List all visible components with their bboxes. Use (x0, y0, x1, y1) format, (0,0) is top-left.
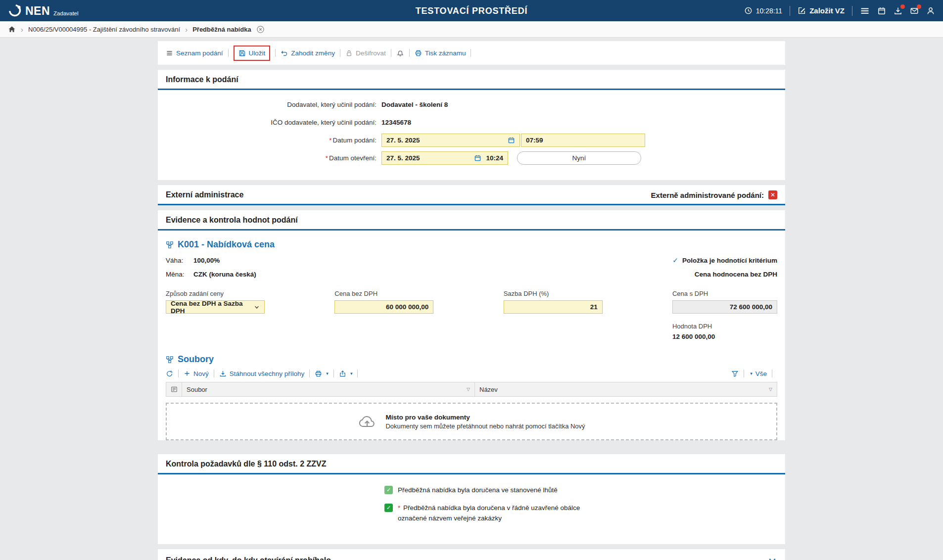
field-label: Hodnota DPH (672, 323, 777, 330)
nyni-button[interactable]: Nyní (517, 151, 641, 165)
toolbar-separator (275, 49, 276, 57)
k001-title: K001 - Nabídková cena (178, 239, 275, 250)
datum-otevreni-input[interactable]: 27. 5. 2025 10:24 (381, 151, 508, 165)
breadcrumb-separator: › (185, 26, 188, 33)
lock-icon (345, 49, 353, 57)
downloads-button[interactable] (894, 6, 902, 15)
check-row: ✓ * Předběžná nabídka byla doručena v řá… (384, 503, 777, 523)
decrypt-button[interactable]: Dešifrovat (345, 49, 386, 57)
command-toolbar: Seznam podání Uložit Zahodit změny Dešif… (158, 41, 785, 65)
download-all-label: Stáhnout všechny přílohy (230, 370, 305, 377)
k001-block: K001 - Nabídková cena Váha: 100,00% ✓ Po… (158, 231, 785, 440)
time-value: 10:24 (486, 154, 503, 162)
checkbox-checked-icon[interactable]: ✓ (384, 504, 393, 512)
dropzone-title: Místo pro vaše dokumenty (385, 414, 585, 421)
notifications-button[interactable] (396, 49, 404, 57)
criterion-flag: ✓ Položka je hodnotící kritérium (672, 256, 777, 264)
files-table-header: Soubor ▽ Název ▽ (166, 382, 777, 396)
external-admin-checkbox[interactable]: ✕ (768, 190, 777, 199)
files-toolbar: Nový Stáhnout všechny přílohy ▾ (166, 370, 777, 377)
checkbox-checked-icon[interactable]: ✓ (384, 486, 393, 494)
toolbar-separator (340, 49, 340, 57)
filter-triangle-icon[interactable]: ▽ (769, 387, 772, 392)
calendar-picker-icon[interactable] (474, 154, 481, 162)
refresh-button[interactable] (166, 370, 173, 377)
mena-row: Měna: CZK (koruna česká) Cena hodnocena … (166, 271, 777, 278)
new-file-button[interactable]: Nový (184, 370, 209, 377)
download-icon (219, 370, 227, 377)
create-vz-button[interactable]: Založit VZ (798, 6, 845, 15)
calendar-picker-icon[interactable] (508, 137, 515, 144)
field-label: Cena bez DPH (334, 290, 433, 297)
external-admin-flag: Externě administrované podání: ✕ (651, 190, 777, 199)
datum-podani-date-input[interactable]: 27. 5. 2025 (381, 134, 520, 147)
requirements-section: Kontrola požadavků dle § 110 odst. 2 ZZV… (158, 454, 785, 544)
view-all-button[interactable]: ▾ Vše (749, 370, 767, 377)
mena-label: Měna: (166, 271, 193, 278)
view-all-label: Vše (755, 370, 767, 377)
print-files-button[interactable]: ▾ (315, 370, 329, 377)
discard-changes-button[interactable]: Zahodit změny (281, 49, 335, 57)
breadcrumb-item-contract[interactable]: N006/25/V00004995 - Zajištění závodního … (28, 26, 180, 33)
server-time-value: 10:28:11 (756, 7, 782, 15)
funnel-icon (731, 370, 739, 377)
user-profile-button[interactable] (926, 6, 935, 15)
opening-evidence-section: Evidence od kdy, do kdy otevírání probíh… (158, 549, 785, 560)
messages-button[interactable] (910, 6, 919, 15)
brand-name: NEN (25, 5, 50, 18)
cena-s-dph-readonly: 72 600 000,00 (672, 300, 777, 314)
input-value: 60 000 000,00 (386, 303, 428, 311)
sazba-dph-input[interactable]: 21 (504, 300, 603, 314)
opening-evidence-header: Evidence od kdy, do kdy otevírání probíh… (158, 549, 785, 560)
main-menu-button[interactable] (860, 6, 870, 16)
vaha-label: Váha: (166, 257, 193, 264)
readonly-value: 72 600 000,00 (730, 303, 772, 311)
clock-icon (744, 6, 753, 15)
sazba-dph-field: Sazba DPH (%) 21 (504, 290, 603, 314)
dropzone-text: Místo pro vaše dokumenty Dokumenty sem m… (385, 414, 585, 430)
decrypt-label: Dešifrovat (356, 49, 386, 57)
expand-section-button[interactable] (767, 556, 777, 560)
page-content: Seznam podání Uložit Zahodit změny Dešif… (158, 38, 785, 560)
info-section: Informace k podání Dodavatel, který učin… (158, 70, 785, 180)
filter-button[interactable] (731, 370, 739, 377)
hamburger-icon (860, 6, 870, 16)
print-record-button[interactable]: Tisk záznamu (415, 49, 466, 57)
criterion-label: Položka je hodnotící kritérium (682, 257, 777, 264)
export-button[interactable]: ▾ (339, 370, 353, 377)
external-admin-label: Externě administrované podání: (651, 191, 764, 199)
save-button[interactable]: Uložit (238, 49, 266, 57)
printer-icon (315, 370, 322, 377)
hodnota-dph-value: 12 600 000,00 (672, 333, 777, 340)
nen-home-link[interactable]: NEN Zadavatel (8, 3, 79, 18)
save-click-annotation: Uložit (234, 46, 271, 61)
datum-podani-time-input[interactable]: 07:59 (521, 134, 645, 147)
calendar-button[interactable] (877, 6, 886, 15)
close-circle-icon (256, 25, 265, 34)
nen-logo-icon (8, 3, 22, 17)
input-value: 21 (590, 303, 598, 311)
filter-triangle-icon[interactable]: ▽ (467, 387, 470, 392)
cena-bez-dph-input[interactable]: 60 000 000,00 (334, 300, 433, 314)
column-header-nazev[interactable]: Název ▽ (475, 382, 777, 396)
calendar-icon (877, 6, 886, 15)
toolbar-separator (357, 370, 358, 377)
price-fields-grid: Způsob zadání ceny Cena bez DPH a Sazba … (166, 290, 777, 340)
column-header-soubor[interactable]: Soubor ▽ (182, 382, 475, 396)
file-dropzone[interactable]: Místo pro vaše dokumenty Dokumenty sem m… (166, 403, 777, 440)
download-all-button[interactable]: Stáhnout všechny přílohy (219, 370, 305, 377)
toolbar-separator (178, 370, 179, 377)
nyni-label: Nyní (572, 154, 586, 162)
seznam-podani-button[interactable]: Seznam podání (166, 49, 223, 57)
bell-icon (396, 49, 404, 57)
home-button[interactable] (8, 25, 16, 33)
k001-title-row: K001 - Nabídková cena (166, 239, 777, 250)
column-settings-button[interactable] (166, 382, 182, 396)
zpusob-select[interactable]: Cena bez DPH a Sazba DPH (166, 300, 265, 314)
breadcrumb-separator: › (21, 26, 23, 33)
refresh-icon (166, 370, 173, 377)
chevron-down-icon: ▾ (350, 371, 353, 376)
section-title: Externí administrace (166, 190, 243, 199)
close-tab-button[interactable] (256, 25, 265, 34)
field-label: Sazba DPH (%) (504, 290, 603, 297)
